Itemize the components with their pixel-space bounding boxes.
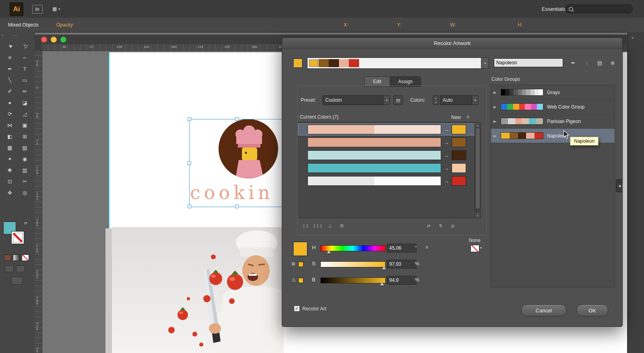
random-color-order-icon[interactable]: ⇄ [424, 222, 433, 229]
ruler-vertical[interactable]: 3 603 67 21 0 81 4 41 8 02 1 62 5 22 8 8… [35, 51, 42, 353]
brightness-slider-handle[interactable] [380, 282, 384, 285]
search-input[interactable] [576, 6, 621, 12]
chevron-down-icon[interactable]: ▾ [383, 96, 390, 105]
color-swatch[interactable] [513, 104, 519, 110]
color-swatch[interactable] [526, 133, 535, 139]
line-segment-tool[interactable]: ╲ [2, 75, 17, 85]
new-color-swatch[interactable] [452, 150, 466, 160]
assign-row[interactable]: → [299, 124, 480, 135]
color-swatch[interactable] [522, 118, 529, 124]
new-color-swatch[interactable] [452, 138, 466, 147]
active-color-swatch[interactable] [293, 58, 303, 68]
color-swatch[interactable] [501, 118, 508, 124]
color-swatch[interactable] [510, 89, 514, 95]
draw-behind-mode-button[interactable] [16, 265, 25, 272]
color-group-row[interactable]: ▶Parisian Pigeon [491, 114, 615, 129]
new-color-swatch[interactable] [452, 163, 466, 173]
none-swatch-button[interactable] [471, 245, 479, 252]
hue-slider-handle[interactable] [327, 250, 331, 253]
new-group-folder-icon[interactable]: ▤ [594, 58, 605, 67]
current-color-bar[interactable] [308, 125, 441, 134]
hue-value-field[interactable]: 45,06 [387, 244, 417, 252]
stroke-color-swatch[interactable] [11, 231, 24, 244]
dock-collapse-tab[interactable]: ◀ [616, 179, 623, 192]
perspective-grid-tool[interactable]: ⊞ [17, 131, 32, 142]
tab-assign[interactable]: Assign [390, 77, 421, 86]
group-bar-swatch[interactable] [329, 59, 339, 67]
none-button[interactable] [22, 254, 29, 261]
artboard-tool[interactable]: ⊡ [2, 176, 17, 187]
swap-fill-stroke-icon[interactable]: ⇄ [24, 221, 27, 225]
color-swatch[interactable] [505, 89, 509, 95]
color-group-name-input[interactable] [494, 58, 563, 67]
minimize-window-button[interactable] [51, 37, 57, 43]
color-swatch[interactable] [529, 118, 536, 124]
out-of-web-warning-icon[interactable]: ⚠ [292, 277, 296, 283]
bridge-button[interactable]: Br [32, 5, 43, 14]
colors-stepper[interactable]: ▴ ▾ [433, 95, 439, 105]
saturation-slider[interactable] [320, 261, 386, 267]
scroll-down-icon[interactable]: ▾ [475, 213, 480, 218]
current-color-bar[interactable] [308, 150, 441, 160]
group-bar-swatch[interactable] [319, 59, 329, 67]
assign-row[interactable]: → [299, 150, 480, 161]
disclosure-triangle-icon[interactable]: ▶ [493, 105, 501, 109]
selection-bounding-box[interactable] [189, 119, 285, 207]
color-swatch[interactable] [531, 104, 537, 110]
assign-row[interactable]: → [299, 175, 480, 187]
scale-tool[interactable]: ◿ [17, 109, 32, 119]
column-graph-tool[interactable]: ▥ [17, 165, 32, 175]
screen-mode-button[interactable] [11, 277, 23, 285]
cancel-button[interactable]: Cancel [521, 304, 566, 316]
brightness-slider[interactable] [320, 277, 386, 283]
assign-rows-menu-icon[interactable]: ≡ [466, 114, 469, 120]
none-dropdown-icon[interactable]: ▾ [480, 246, 482, 250]
color-swatch[interactable] [536, 118, 543, 124]
eraser-tool[interactable]: ◪ [17, 97, 32, 108]
group-color-bar[interactable]: ▾ [307, 57, 489, 69]
color-swatch[interactable] [508, 118, 515, 124]
eyedropper-icon[interactable]: ✒ [568, 58, 578, 67]
mesh-tool[interactable]: ▦ [2, 142, 17, 153]
disclosure-triangle-icon[interactable]: ▶ [493, 119, 501, 123]
color-swatch[interactable] [518, 133, 526, 139]
scrollbar-thumb[interactable] [475, 128, 480, 209]
color-swatch[interactable] [530, 89, 535, 95]
current-color-bar[interactable] [308, 138, 441, 147]
color-swatch[interactable] [539, 89, 543, 95]
colors-dropdown[interactable]: Auto ▾ [440, 95, 479, 105]
saturation-value-field[interactable]: 97,93 [387, 260, 417, 269]
new-color-row-icon[interactable]: ⊞ [337, 222, 347, 229]
current-color-bar[interactable] [308, 176, 441, 186]
zoom-window-button[interactable] [60, 37, 66, 43]
color-swatch[interactable] [501, 104, 507, 110]
color-swatch[interactable] [535, 133, 543, 139]
expand-dock-icon[interactable]: « [632, 35, 634, 40]
color-swatch[interactable] [526, 89, 530, 95]
chevron-down-icon[interactable]: ▾ [472, 96, 478, 105]
color-swatch[interactable] [501, 89, 505, 95]
type-tool[interactable]: T [17, 64, 32, 74]
color-button[interactable] [4, 254, 11, 261]
collapse-dock-icon[interactable]: « [2, 33, 4, 37]
ruler-corner[interactable] [35, 44, 42, 51]
color-swatch[interactable] [537, 104, 543, 110]
color-swatch[interactable] [510, 133, 518, 139]
color-group-row[interactable]: ▶Grays [491, 85, 615, 100]
color-swatch[interactable] [535, 89, 539, 95]
color-swatch[interactable] [519, 104, 525, 110]
disclosure-triangle-icon[interactable]: ▶ [493, 134, 501, 138]
selection-handle[interactable] [235, 205, 239, 208]
close-window-button[interactable] [41, 37, 47, 43]
paintbrush-tool[interactable]: ✐ [2, 86, 17, 96]
tab-edit[interactable]: Edit [365, 77, 390, 86]
color-swatch[interactable] [507, 104, 513, 110]
gradient-tool[interactable]: ▨ [17, 142, 32, 153]
blend-tool[interactable]: ◉ [17, 154, 32, 164]
hand-tool[interactable]: ✥ [2, 187, 17, 198]
selection-handle[interactable] [188, 161, 191, 165]
delete-group-icon[interactable]: ⊗ [607, 58, 618, 67]
pencil-tool[interactable]: ✏ [17, 86, 32, 96]
current-color-bar[interactable] [308, 163, 441, 173]
zoom-tool[interactable]: ◎ [17, 187, 32, 198]
